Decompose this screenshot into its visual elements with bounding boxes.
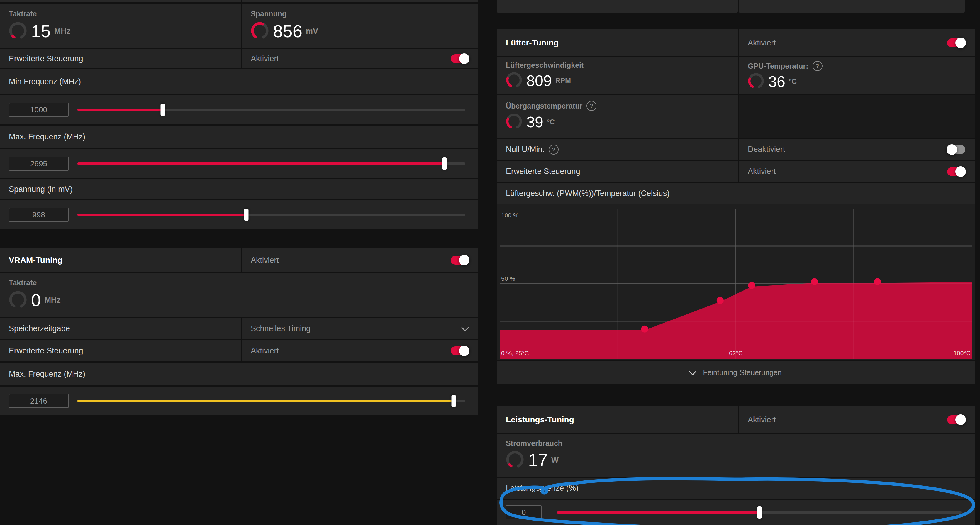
slider-thumb[interactable]	[161, 103, 165, 116]
fan-curve-svg[interactable]: 100 %50 %0 %, 25°C62°C100°C	[497, 204, 975, 360]
voltage-mv-label-row: Spannung (in mV)	[0, 180, 478, 199]
power-limit-slider[interactable]: 0	[506, 505, 966, 519]
zero-rpm-toggle[interactable]	[947, 145, 965, 154]
max-frequency-slider-row: 2695	[0, 149, 478, 178]
fan-advanced-control-status-cell: Aktiviert	[739, 161, 975, 182]
chevron-down-icon	[461, 324, 469, 331]
min-frequency-slider[interactable]: 1000	[9, 103, 469, 117]
power-consumption-gauge-icon	[506, 450, 524, 470]
vram-tuning-toggle[interactable]	[451, 256, 469, 264]
gpu-temperature-unit: °C	[789, 78, 797, 86]
power-tuning-status-cell: Aktiviert	[739, 406, 975, 433]
slider-track[interactable]	[77, 213, 465, 216]
slider-value-input[interactable]: 2146	[9, 394, 68, 408]
gpu-temperature-gauge-icon	[748, 73, 764, 90]
vram-clock-gauge-icon	[9, 291, 27, 310]
power-tuning-status: Aktiviert	[748, 415, 776, 425]
gpu-clock-label: Taktrate	[9, 10, 232, 18]
fan-advanced-control-label: Erweiterte Steuerung	[506, 167, 580, 176]
memory-timing-dropdown[interactable]: Schnelles Timing	[242, 318, 478, 339]
slider-thumb[interactable]	[442, 158, 447, 170]
slider-thumb[interactable]	[452, 395, 456, 407]
gpu-voltage-value: 856	[273, 21, 302, 41]
gpu-temperature-label: GPU-Temperatur:	[748, 62, 808, 70]
toggle-knob	[947, 144, 957, 155]
fan-tuning-status-cell: Aktiviert	[739, 29, 975, 56]
vram-max-frequency-slider-row: 2146	[0, 387, 478, 415]
fan-speed-gauge-icon	[506, 72, 522, 89]
gpu-temperature-gauge-cell: GPU-Temperatur: ? 36 °C	[739, 57, 975, 94]
min-frequency-slider-row: 1000	[0, 95, 478, 124]
slider-track[interactable]	[77, 108, 465, 111]
power-consumption-unit: W	[551, 455, 558, 465]
vram-clock-value: 0	[31, 290, 41, 310]
toggle-knob	[955, 414, 966, 425]
gpu-advanced-control-label: Erweiterte Steuerung	[9, 54, 83, 64]
toggle-knob	[459, 53, 469, 64]
fan-tuning-title: Lüfter-Tuning	[506, 38, 558, 48]
fan-tuning-toggle[interactable]	[947, 38, 965, 47]
fine-tuning-expander[interactable]: Feintuning-Steuerungen	[497, 361, 975, 384]
fan-curve-point-handle[interactable]	[874, 278, 881, 285]
vram-advanced-control-label: Erweiterte Steuerung	[9, 346, 83, 355]
memory-timing-label: Speicherzeitgabe	[9, 324, 70, 333]
vram-clock-label: Taktrate	[9, 278, 469, 287]
help-icon[interactable]: ?	[813, 61, 822, 71]
fan-power-tuning-panel: Lüfter-Tuning Aktiviert Lüftergeschwindi…	[497, 0, 975, 525]
slider-thumb[interactable]	[757, 506, 762, 519]
fan-speed-unit: RPM	[555, 76, 571, 85]
voltage-mv-label: Spannung (in mV)	[9, 185, 73, 194]
slider-fill	[557, 511, 759, 514]
fan-curve-point-handle[interactable]	[641, 326, 648, 332]
gpu-advanced-control-toggle[interactable]	[451, 54, 469, 63]
empty-cell	[739, 95, 975, 138]
partial-cell	[242, 0, 478, 2]
fan-curve-point-handle[interactable]	[811, 278, 818, 285]
vram-advanced-control-status-cell: Aktiviert	[242, 340, 478, 361]
fan-curve-point-handle[interactable]	[717, 297, 724, 304]
fan-advanced-control-toggle[interactable]	[947, 167, 965, 176]
zero-rpm-label: Null U/Min.	[506, 145, 544, 154]
vram-max-frequency-label: Max. Frequenz (MHz)	[9, 369, 85, 379]
transition-temperature-label: Übergangstemperatur	[506, 102, 582, 110]
help-icon[interactable]: ?	[587, 101, 597, 111]
slider-thumb[interactable]	[244, 208, 248, 221]
fan-speed-gauge-cell: Lüftergeschwindigkeit 809 RPM	[497, 57, 738, 94]
gpu-clock-value: 15	[31, 21, 51, 41]
memory-timing-value: Schnelles Timing	[251, 324, 310, 333]
vram-advanced-control-toggle[interactable]	[451, 346, 469, 355]
zero-rpm-row: Null U/Min. ?	[497, 139, 738, 160]
power-tuning-title: Leistungs-Tuning	[506, 415, 574, 425]
power-consumption-value: 17	[528, 450, 548, 470]
toggle-knob	[459, 345, 469, 356]
fan-curve-chart[interactable]: 100 %50 %0 %, 25°C62°C100°C	[497, 204, 975, 360]
fan-curve-point-handle[interactable]	[748, 282, 755, 289]
fan-advanced-control-row: Erweiterte Steuerung	[497, 161, 738, 182]
max-frequency-slider[interactable]: 2695	[9, 157, 469, 171]
power-limit-label-row: Leistungsgrenze (%)	[497, 478, 975, 499]
slider-track[interactable]	[557, 511, 962, 514]
slider-value-input[interactable]: 2695	[9, 157, 68, 171]
slider-value-input[interactable]: 0	[506, 505, 542, 519]
voltage-mv-slider[interactable]: 998	[9, 208, 469, 222]
vram-max-frequency-slider[interactable]: 2146	[9, 394, 469, 408]
max-frequency-label-row: Max. Frequenz (MHz)	[0, 126, 478, 148]
gpu-clock-gauge-icon	[9, 22, 27, 41]
power-tuning-toggle[interactable]	[947, 415, 965, 424]
slider-fill	[77, 162, 445, 165]
chart-tick-label: 0 %, 25°C	[501, 350, 529, 356]
slider-track[interactable]	[77, 162, 465, 165]
voltage-mv-slider-row: 998	[0, 200, 478, 229]
help-icon[interactable]: ?	[549, 145, 558, 154]
gpu-temperature-value: 36	[768, 73, 785, 90]
partial-cell	[739, 0, 965, 13]
transition-temperature-unit: °C	[547, 118, 555, 126]
partial-cell	[497, 0, 738, 13]
gpu-voltage-gauge-icon	[251, 22, 269, 41]
slider-value-input[interactable]: 1000	[9, 103, 68, 117]
toggle-knob	[459, 255, 469, 266]
power-limit-label: Leistungsgrenze (%)	[506, 484, 579, 493]
slider-track[interactable]	[77, 400, 465, 402]
slider-value-input[interactable]: 998	[9, 208, 68, 222]
transition-temperature-gauge-icon	[506, 113, 522, 131]
